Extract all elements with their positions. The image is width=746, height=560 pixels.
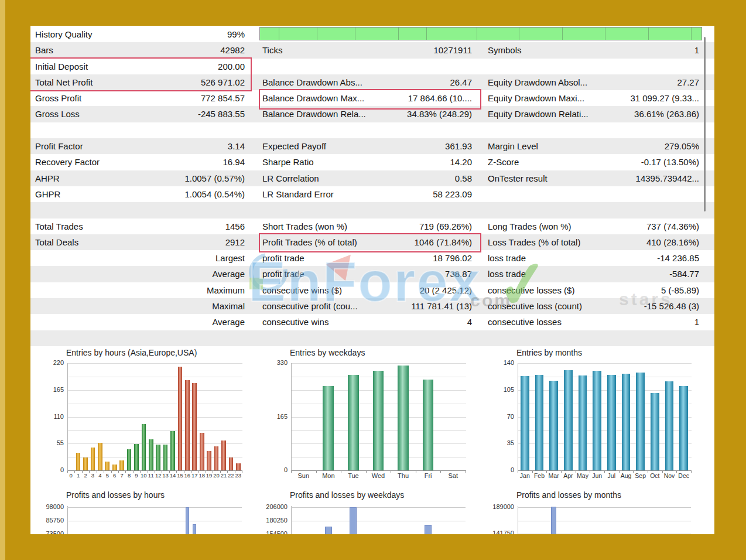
chart-gridline <box>518 363 692 364</box>
x-axis-tick-label: Tue <box>341 472 366 479</box>
stat-value: 14.20 <box>350 154 472 170</box>
chart-gridline <box>68 390 242 391</box>
bar <box>221 441 226 470</box>
chart-gridline <box>68 430 242 431</box>
table-row[interactable]: Bars42982Ticks10271911Symbols1 <box>30 42 714 58</box>
table-row[interactable]: Gross Profit772 854.57Balance Drawdown M… <box>30 90 714 106</box>
y-axis-tick-label: 0 <box>490 466 514 473</box>
stat-value: 0.58 <box>350 170 472 186</box>
table-row[interactable]: Profit Factor3.14Expected Payoff361.93Ma… <box>30 138 714 154</box>
stat-value: 410 (28.16%) <box>578 234 699 250</box>
bar <box>98 443 102 470</box>
bar <box>186 507 189 534</box>
x-axis-tick-label: Fri <box>416 472 441 479</box>
bar <box>679 386 688 470</box>
y-axis-tick-label: 154500 <box>263 530 288 534</box>
bar <box>535 375 544 470</box>
stat-value: 26.47 <box>350 74 472 90</box>
table-row[interactable]: Averageconsecutive wins4consecutive loss… <box>30 314 714 330</box>
x-axis-tick-label: Aug <box>619 472 634 479</box>
table-row[interactable]: Averageprofit trade738.87loss trade-584.… <box>30 266 714 282</box>
progress-segment-divider <box>691 28 692 40</box>
stat-value: Maximum <box>107 282 245 298</box>
y-axis-tick-label: 110 <box>39 413 64 420</box>
chart-gridline <box>518 377 692 377</box>
stat-value: 2912 <box>107 234 245 250</box>
table-row[interactable]: GHPR1.0054 (0.54%)LR Standard Error58 22… <box>30 186 714 202</box>
table-row[interactable]: Total Net Profit526 971.02Balance Drawdo… <box>30 74 714 90</box>
chart-gridline <box>291 507 466 508</box>
table-row[interactable]: Largestprofit trade18 796.02loss trade-1… <box>30 250 714 266</box>
stat-value: 1046 (71.84%) <box>350 234 472 250</box>
stat-value: -14 236.85 <box>578 250 699 266</box>
x-axis-tick-label: Mon <box>316 472 341 479</box>
x-axis-tick-label: 19 <box>206 472 213 479</box>
bar <box>423 380 434 470</box>
stat-value: 16.94 <box>107 154 245 170</box>
stat-value: 31 099.27 (9.33... <box>578 90 699 106</box>
y-axis-tick-label: 189000 <box>490 503 514 510</box>
stat-value: 279.05% <box>578 138 699 154</box>
progress-segment-divider <box>648 28 649 40</box>
bar <box>112 465 117 470</box>
y-axis-tick-label: 141750 <box>490 530 514 534</box>
x-axis-tick-label: 9 <box>133 472 140 479</box>
bar <box>348 375 359 470</box>
bar <box>192 383 197 470</box>
bar <box>593 371 601 470</box>
chart-gridline <box>67 507 242 508</box>
bar <box>651 393 659 470</box>
stat-value: 3.14 <box>107 138 245 154</box>
bar <box>156 445 160 470</box>
y-axis-tick-label: 0 <box>39 466 64 473</box>
gold-frame: History Quality99%Bars42982Ticks10271911… <box>0 0 746 560</box>
stat-value: 737 (74.36%) <box>578 218 699 234</box>
progress-bar <box>259 27 702 40</box>
x-axis-tick-label: Sun <box>291 472 316 479</box>
bar <box>207 451 211 470</box>
progress-segment-divider <box>477 28 477 40</box>
bar <box>185 380 190 470</box>
x-axis-tick-label: 7 <box>118 472 125 479</box>
x-axis-tick-label: 12 <box>155 472 162 479</box>
table-row[interactable]: Maximalconsecutive profit (cou...111 781… <box>30 298 714 314</box>
x-axis-tick-label: 17 <box>191 472 198 479</box>
x-axis-tick-label: Oct <box>648 472 662 479</box>
x-axis-tick <box>466 471 466 473</box>
chart-gridline <box>518 534 691 534</box>
y-axis-tick-label: 220 <box>39 359 64 366</box>
y-axis-line <box>291 506 292 534</box>
table-row[interactable]: Recovery Factor16.94Sharpe Ratio14.20Z-S… <box>30 154 714 170</box>
stat-value: 14395.739442... <box>578 170 699 186</box>
stats-table: History Quality99%Bars42982Ticks10271911… <box>30 26 714 346</box>
table-row[interactable] <box>30 122 714 138</box>
stat-value: 42982 <box>107 42 245 58</box>
stat-value: 99% <box>107 26 245 42</box>
x-axis-tick-label: 20 <box>213 472 220 479</box>
bar <box>325 527 332 534</box>
table-row[interactable]: AHPR1.0057 (0.57%)LR Correlation0.58OnTe… <box>30 170 714 186</box>
bar <box>323 386 334 470</box>
table-row[interactable]: Maximumconsecutive wins ($)20 (2 425.12)… <box>30 282 714 298</box>
table-row[interactable]: Total Trades1456Short Trades (won %)719 … <box>30 218 714 234</box>
bar <box>398 366 409 470</box>
progress-segment-divider <box>426 28 427 40</box>
stat-value: 1 <box>578 42 699 58</box>
table-row[interactable]: Gross Loss-245 883.55Balance Drawdown Re… <box>30 106 714 122</box>
stat-value: 526 971.02 <box>107 74 245 90</box>
stat-value: 27.27 <box>578 74 699 90</box>
scrollbar-thumb[interactable] <box>704 37 706 211</box>
bar <box>229 457 234 470</box>
table-row[interactable]: Total Deals2912Profit Trades (% of total… <box>30 234 714 250</box>
bar <box>142 424 146 470</box>
table-row[interactable] <box>30 330 714 346</box>
table-row[interactable]: Initial Deposit200.00 <box>30 59 714 74</box>
stat-value: 772 854.57 <box>107 90 245 106</box>
x-axis-tick-label: 15 <box>176 472 183 479</box>
y-axis-line <box>67 506 68 534</box>
table-row[interactable] <box>30 202 714 218</box>
stat-value: 17 864.66 (10.... <box>350 90 472 106</box>
chart-gridline <box>518 521 691 521</box>
x-axis-tick-label: Nov <box>662 472 677 479</box>
progress-segment-divider <box>317 28 317 40</box>
